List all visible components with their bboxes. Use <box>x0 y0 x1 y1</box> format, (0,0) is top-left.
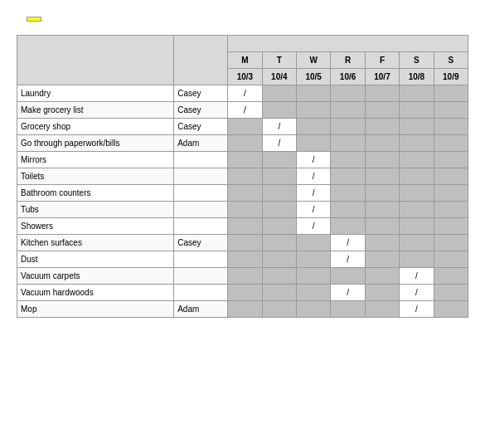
chore-check: / <box>297 202 331 218</box>
chore-name: Go through paperwork/bills <box>17 135 174 152</box>
chore-check <box>297 135 331 152</box>
table-row: LaundryCasey/ <box>17 85 468 102</box>
chore-check <box>400 85 434 102</box>
week-header <box>228 36 468 52</box>
chore-check <box>262 185 296 202</box>
table-row: Mirrors/ <box>17 152 468 168</box>
chore-check <box>400 119 434 135</box>
chore-name: Tubs <box>17 202 174 218</box>
chore-check <box>262 168 296 185</box>
date-header: 10/7 <box>365 69 399 85</box>
chore-owner: Casey <box>174 85 228 102</box>
chore-check <box>331 218 365 235</box>
chore-check <box>365 235 399 251</box>
chore-owner <box>174 202 228 218</box>
table-row: Tubs/ <box>17 202 468 218</box>
chore-check <box>365 202 399 218</box>
chore-check <box>228 235 262 251</box>
chore-check <box>434 119 468 135</box>
chore-check <box>297 85 331 102</box>
chore-check <box>365 85 399 102</box>
chore-check <box>400 135 434 152</box>
day-header: F <box>365 52 399 69</box>
chore-owner <box>174 251 228 268</box>
header <box>17 17 468 22</box>
chore-name: Kitchen surfaces <box>17 235 174 251</box>
chore-check <box>228 152 262 168</box>
table-row: Go through paperwork/billsAdam/ <box>17 135 468 152</box>
owner-column-header <box>174 36 228 85</box>
chore-owner <box>174 268 228 285</box>
chore-check <box>434 152 468 168</box>
chore-check <box>297 268 331 285</box>
chore-check: / <box>297 168 331 185</box>
chore-check <box>228 202 262 218</box>
chore-name: Vacuum carpets <box>17 268 174 285</box>
chore-check <box>262 218 296 235</box>
table-row: Bathroom counters/ <box>17 185 468 202</box>
start-date[interactable] <box>27 17 41 22</box>
chore-check <box>365 285 399 301</box>
chore-check <box>434 235 468 251</box>
chore-check <box>400 251 434 268</box>
chore-check <box>434 301 468 318</box>
chore-check <box>297 251 331 268</box>
chore-check <box>331 268 365 285</box>
chore-check <box>434 185 468 202</box>
table-row: Grocery shopCasey/ <box>17 119 468 135</box>
chore-check <box>400 152 434 168</box>
chores-table: MTWRFSS 10/310/410/510/610/710/810/9 Lau… <box>17 35 468 318</box>
chore-check <box>400 185 434 202</box>
chore-check <box>434 285 468 301</box>
chore-owner: Casey <box>174 235 228 251</box>
chore-check: / <box>262 135 296 152</box>
chore-check <box>331 135 365 152</box>
chore-check <box>297 119 331 135</box>
chore-check <box>434 251 468 268</box>
chore-check <box>331 202 365 218</box>
chore-name: Bathroom counters <box>17 185 174 202</box>
day-header: M <box>228 52 262 69</box>
table-row: Make grocery listCasey/ <box>17 102 468 119</box>
chore-check <box>365 119 399 135</box>
chore-check <box>365 135 399 152</box>
chore-check <box>262 235 296 251</box>
day-header: R <box>331 52 365 69</box>
chore-check <box>297 102 331 119</box>
chore-check <box>228 119 262 135</box>
chore-check <box>228 185 262 202</box>
chore-check <box>262 301 296 318</box>
chore-check <box>365 218 399 235</box>
chore-owner: Casey <box>174 102 228 119</box>
chore-check <box>228 218 262 235</box>
date-header: 10/8 <box>400 69 434 85</box>
chore-check: / <box>400 301 434 318</box>
chore-name: Laundry <box>17 85 174 102</box>
chore-check <box>262 285 296 301</box>
chore-check <box>365 301 399 318</box>
chore-check <box>297 301 331 318</box>
chore-name: Mop <box>17 301 174 318</box>
chore-check: / <box>297 218 331 235</box>
chore-check <box>331 168 365 185</box>
chore-check <box>365 268 399 285</box>
chore-check <box>400 168 434 185</box>
table-row: MopAdam/ <box>17 301 468 318</box>
table-row: Dust/ <box>17 251 468 268</box>
chore-check <box>262 202 296 218</box>
chore-check <box>434 268 468 285</box>
chore-owner <box>174 168 228 185</box>
chore-check <box>262 251 296 268</box>
chore-owner <box>174 285 228 301</box>
chore-check: / <box>228 85 262 102</box>
table-row: Vacuum hardwoods// <box>17 285 468 301</box>
date-header: 10/3 <box>228 69 262 85</box>
chore-owner: Adam <box>174 301 228 318</box>
chore-check <box>262 152 296 168</box>
chore-check <box>228 168 262 185</box>
chore-name: Grocery shop <box>17 119 174 135</box>
chore-name: Make grocery list <box>17 102 174 119</box>
date-header: 10/6 <box>331 69 365 85</box>
chore-check: / <box>228 102 262 119</box>
chore-name: Showers <box>17 218 174 235</box>
